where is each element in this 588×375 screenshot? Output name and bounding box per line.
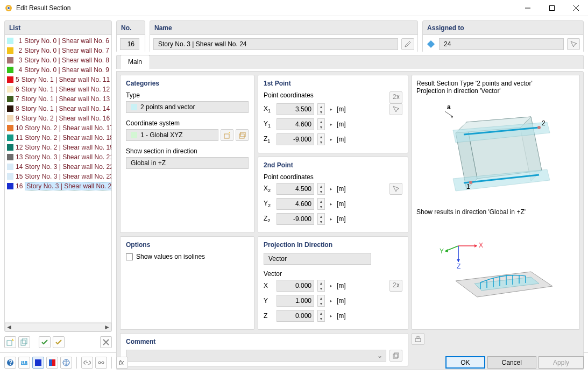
vec-x-spinner[interactable]: ▲▼ — [317, 280, 325, 292]
svg-rect-49 — [394, 353, 399, 357]
vec-z-input[interactable] — [277, 310, 314, 322]
x2-input[interactable] — [277, 183, 314, 195]
color-swatch — [7, 96, 13, 102]
list-item-index: 16 — [16, 182, 23, 190]
list-toolbar — [4, 335, 112, 348]
svg-rect-12 — [224, 134, 229, 138]
list-item-label: Story No. 1 | Shear wall No. 14 — [22, 105, 110, 112]
new-item-button[interactable] — [4, 336, 16, 348]
maximize-button[interactable] — [540, 0, 564, 16]
function-button[interactable]: fx — [116, 357, 128, 369]
list-item[interactable]: 8Story No. 1 | Shear wall No. 14 — [7, 104, 109, 114]
list-item[interactable]: 10Story No. 2 | Shear wall No. 17 — [7, 123, 109, 133]
z1-label: Z1 — [264, 135, 273, 144]
list-item-index: 4 — [16, 66, 22, 74]
y2-spinner[interactable]: ▲▼ — [317, 198, 325, 210]
display-button[interactable] — [46, 357, 58, 369]
list-item-index: 11 — [16, 134, 23, 141]
y1-input[interactable] — [277, 118, 314, 130]
list-item[interactable]: 11Story No. 2 | Shear wall No. 18 — [7, 133, 109, 143]
tab-main[interactable]: Main — [120, 55, 150, 69]
assigned-field[interactable]: 24 — [439, 38, 564, 50]
list-item[interactable]: 7Story No. 1 | Shear wall No. 13 — [7, 94, 109, 104]
list-item[interactable]: 16Story No. 3 | Shear wall No. 24 — [7, 181, 109, 191]
list-header: List — [5, 21, 111, 34]
x1-unit: [m] — [337, 105, 346, 113]
list-item-index: 6 — [16, 86, 19, 93]
number-field[interactable]: 16 — [120, 38, 139, 50]
list-item[interactable]: 2Story No. 0 | Shear wall No. 7 — [7, 46, 109, 55]
copy-button[interactable] — [18, 336, 30, 348]
apply-button[interactable]: Apply — [539, 356, 584, 369]
pick-assigned-button[interactable] — [567, 38, 580, 50]
preview-settings-button[interactable] — [412, 333, 424, 345]
y2-input[interactable] — [277, 198, 314, 210]
units-button[interactable]: 0.00 — [18, 357, 30, 369]
horizontal-scrollbar[interactable]: ◄ ► — [5, 323, 111, 331]
x1-label: X1 — [264, 105, 273, 114]
list-body[interactable]: 1Story No. 0 | Shear wall No. 62Story No… — [5, 34, 111, 322]
type-combo[interactable]: 2 points and vector — [126, 101, 249, 113]
y1-spinner[interactable]: ▲▼ — [317, 118, 325, 130]
z2-spinner[interactable]: ▲▼ — [317, 213, 325, 225]
isolines-checkbox[interactable] — [126, 253, 133, 260]
edit-name-button[interactable] — [401, 38, 414, 50]
coord-library-button[interactable] — [236, 129, 249, 141]
name-field[interactable]: Story No. 3 | Shear wall No. 24 — [153, 38, 398, 50]
list-item[interactable]: 9Story No. 2 | Shear wall No. 16 — [7, 114, 109, 123]
vec-x-input[interactable] — [277, 280, 314, 292]
comment-combo[interactable]: ⌄ — [126, 350, 386, 362]
color-button[interactable] — [32, 357, 44, 369]
select-all-button[interactable] — [39, 336, 51, 348]
list-item-label: Story No. 3 | Shear wall No. 22 — [25, 163, 111, 171]
scroll-left-icon[interactable]: ◄ — [5, 323, 13, 331]
projection-combo[interactable]: Vector — [264, 253, 371, 265]
minimize-button[interactable] — [515, 0, 540, 16]
comment-library-button[interactable] — [389, 350, 402, 362]
list-item[interactable]: 1Story No. 0 | Shear wall No. 6 — [7, 36, 109, 46]
svg-point-27 — [537, 126, 541, 129]
vec-z-spinner[interactable]: ▲▼ — [317, 310, 325, 322]
scroll-right-icon[interactable]: ► — [103, 323, 111, 331]
z1-spinner[interactable]: ▲▼ — [317, 133, 325, 145]
vec-y-spinner[interactable]: ▲▼ — [317, 295, 325, 307]
vector-param-button[interactable]: 2x — [389, 280, 402, 292]
list-item[interactable]: 3Story No. 0 | Shear wall No. 8 — [7, 55, 109, 65]
list-item[interactable]: 5Story No. 1 | Shear wall No. 11 — [7, 75, 109, 84]
vec-x-label: X — [264, 282, 273, 289]
ok-button[interactable]: OK — [445, 356, 485, 369]
list-item[interactable]: 4Story No. 0 | Shear wall No. 9 — [7, 65, 109, 75]
list-item[interactable]: 14Story No. 3 | Shear wall No. 22 — [7, 162, 109, 172]
script-button[interactable] — [95, 357, 107, 369]
coord-system-combo[interactable]: 1 - Global XYZ — [126, 129, 218, 141]
z1-unit: [m] — [337, 136, 346, 143]
list-item[interactable]: 12Story No. 2 | Shear wall No. 19 — [7, 143, 109, 152]
globe-button[interactable] — [60, 357, 72, 369]
x1-spinner[interactable]: ▲▼ — [317, 103, 325, 115]
pick-point2-button[interactable] — [389, 183, 402, 195]
list-item-label: Story No. 1 | Shear wall No. 12 — [22, 86, 110, 93]
deselect-button[interactable] — [53, 336, 65, 348]
point1-param-button[interactable]: 2x — [389, 91, 402, 103]
z1-input[interactable] — [277, 133, 314, 145]
list-item[interactable]: 6Story No. 1 | Shear wall No. 12 — [7, 84, 109, 94]
list-item[interactable]: 15Story No. 3 | Shear wall No. 23 — [7, 172, 109, 181]
pick-point1-button[interactable] — [389, 103, 402, 115]
svg-rect-51 — [417, 336, 419, 338]
list-item-label: Story No. 3 | Shear wall No. 23 — [25, 173, 111, 180]
vec-y-input[interactable] — [277, 295, 314, 307]
delete-button[interactable] — [100, 336, 112, 348]
close-button[interactable] — [564, 0, 588, 16]
isolines-label: Show values on isolines — [136, 253, 205, 260]
y2-label: Y2 — [264, 200, 273, 208]
z2-input[interactable] — [277, 213, 314, 225]
show-direction-combo[interactable]: Global in +Z — [126, 157, 249, 169]
list-item[interactable]: 13Story No. 3 | Shear wall No. 21 — [7, 152, 109, 162]
x1-input[interactable] — [277, 103, 314, 115]
cancel-button[interactable]: Cancel — [487, 356, 536, 369]
help-button[interactable]: ? — [4, 357, 16, 369]
link-button[interactable] — [81, 357, 93, 369]
vec-z-unit: [m] — [337, 312, 346, 320]
new-coord-button[interactable] — [221, 129, 233, 141]
x2-spinner[interactable]: ▲▼ — [317, 183, 325, 195]
